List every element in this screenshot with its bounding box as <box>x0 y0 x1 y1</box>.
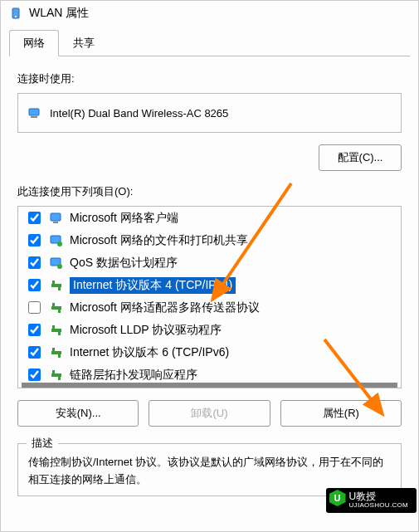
item-checkbox[interactable] <box>28 368 41 381</box>
list-item[interactable]: Internet 协议版本 4 (TCP/IPv4) <box>18 274 401 296</box>
wlan-properties-window: WLAN 属性 网络 共享 连接时使用: Intel(R) Dual Band … <box>0 0 419 532</box>
description-title: 描述 <box>27 436 58 451</box>
svg-rect-15 <box>58 310 61 313</box>
item-label: Internet 协议版本 6 (TCP/IPv6) <box>70 345 229 360</box>
svg-rect-13 <box>51 306 61 310</box>
svg-point-7 <box>57 242 62 246</box>
proto-icon <box>50 279 63 292</box>
tab-sharing[interactable]: 共享 <box>59 30 109 56</box>
item-label: Internet 协议版本 4 (TCP/IPv4) <box>70 277 236 294</box>
items-listbox[interactable]: Microsoft 网络客户端Microsoft 网络的文件和打印机共享QoS … <box>17 206 402 388</box>
svg-rect-5 <box>53 222 58 223</box>
item-checkbox[interactable] <box>28 324 41 336</box>
item-label: Microsoft 网络客户端 <box>70 211 178 226</box>
adapter-box: Intel(R) Dual Band Wireless-AC 8265 <box>17 93 402 133</box>
watermark: U U教授 UJIAOSHOU.COM <box>326 488 417 513</box>
svg-rect-14 <box>52 303 55 306</box>
list-item[interactable]: Microsoft LLDP 协议驱动程序 <box>18 319 401 341</box>
list-item[interactable]: QoS 数据包计划程序 <box>18 251 401 274</box>
proto-icon <box>50 346 63 359</box>
list-item[interactable]: Microsoft 网络的文件和打印机共享 <box>18 229 401 251</box>
svg-rect-21 <box>58 354 61 358</box>
item-checkbox[interactable] <box>28 301 41 314</box>
svg-point-1 <box>15 16 17 17</box>
item-checkbox[interactable] <box>28 346 41 359</box>
svg-rect-22 <box>51 373 61 377</box>
svg-rect-2 <box>29 109 39 115</box>
item-label: Microsoft 网络适配器多路传送器协议 <box>70 300 260 315</box>
item-checkbox[interactable] <box>28 212 41 224</box>
item-checkbox[interactable] <box>28 234 41 246</box>
item-checkbox[interactable] <box>28 279 41 291</box>
item-label: Microsoft LLDP 协议驱动程序 <box>70 323 222 338</box>
items-label: 此连接使用下列项目(O): <box>17 184 402 199</box>
properties-button[interactable]: 属性(R) <box>280 400 402 427</box>
proto-icon <box>50 301 63 315</box>
svg-rect-17 <box>52 325 55 329</box>
wlan-icon <box>9 7 22 20</box>
action-row: 安装(N)... 卸载(U) 属性(R) <box>17 400 402 427</box>
item-label: QoS 数据包计划程序 <box>70 256 178 271</box>
service-icon <box>50 234 63 247</box>
list-item[interactable]: Microsoft 网络客户端 <box>18 207 401 229</box>
svg-rect-3 <box>31 116 37 118</box>
horizontal-scrollbar[interactable] <box>22 383 397 388</box>
service-icon <box>50 256 63 270</box>
svg-rect-19 <box>51 351 61 354</box>
description-text: 传输控制协议/Internet 协议。该协议是默认的广域网络协议，用于在不同的相… <box>28 454 391 489</box>
svg-rect-12 <box>58 287 61 290</box>
item-label: Microsoft 网络的文件和打印机共享 <box>70 233 248 248</box>
tabs: 网络 共享 <box>9 29 410 56</box>
watermark-logo-icon: U <box>329 490 346 506</box>
item-label: 链路层拓扑发现响应程序 <box>70 368 197 383</box>
adapter-icon <box>28 106 41 120</box>
svg-rect-4 <box>51 213 61 221</box>
client-icon <box>50 212 63 225</box>
connect-using-label: 连接时使用: <box>17 71 402 86</box>
list-item[interactable]: Internet 协议版本 6 (TCP/IPv6) <box>18 341 401 364</box>
adapter-name: Intel(R) Dual Band Wireless-AC 8265 <box>50 107 228 120</box>
window-title: WLAN 属性 <box>29 6 89 21</box>
install-button[interactable]: 安装(N)... <box>17 400 139 427</box>
watermark-url: UJIAOSHOU.COM <box>349 502 408 510</box>
network-panel: 连接时使用: Intel(R) Dual Band Wireless-AC 82… <box>1 56 418 531</box>
item-checkbox[interactable] <box>28 256 41 269</box>
titlebar: WLAN 属性 <box>1 1 418 26</box>
configure-button[interactable]: 配置(C)... <box>319 144 402 171</box>
svg-rect-10 <box>51 284 61 287</box>
proto-icon <box>50 324 63 337</box>
svg-rect-11 <box>52 281 55 284</box>
tab-network[interactable]: 网络 <box>9 30 59 56</box>
uninstall-button[interactable]: 卸载(U) <box>149 400 270 427</box>
svg-point-9 <box>57 264 62 269</box>
svg-rect-23 <box>52 370 55 373</box>
list-item[interactable]: Microsoft 网络适配器多路传送器协议 <box>18 296 401 319</box>
svg-rect-18 <box>58 332 61 335</box>
svg-rect-24 <box>58 377 61 380</box>
proto-icon <box>50 368 63 382</box>
svg-rect-20 <box>52 348 55 351</box>
svg-rect-16 <box>51 329 61 332</box>
